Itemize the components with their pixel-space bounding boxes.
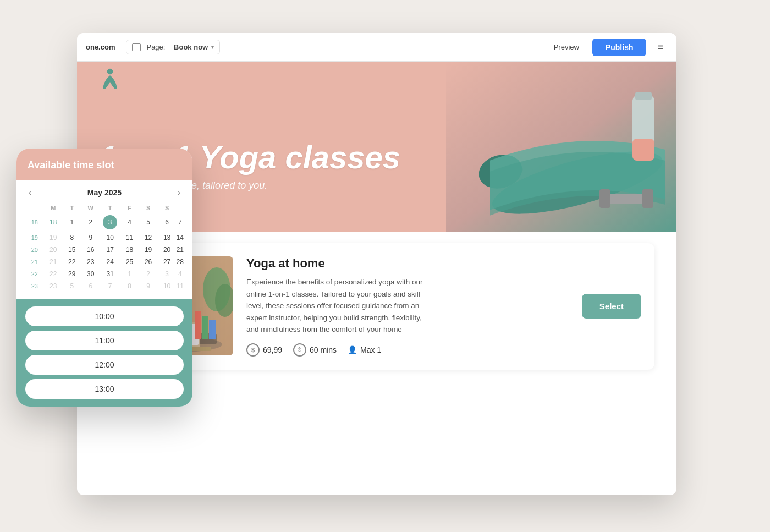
cal-day[interactable]: 4	[120, 213, 139, 232]
calendar-nav: ‹ May 2025 ›	[25, 187, 184, 199]
capacity-item: 👤 Max 1	[348, 345, 381, 354]
clock-icon: ⏱	[293, 343, 306, 357]
cal-day[interactable]: 6	[158, 213, 177, 232]
cal-day[interactable]: 5	[139, 213, 158, 232]
widget-title: Available time slot	[28, 160, 182, 171]
cal-header-tue: T	[63, 203, 81, 213]
cal-day[interactable]: 5	[63, 280, 81, 292]
service-meta: $ 69,99 ⏱ 60 mins 👤 Max 1	[246, 343, 569, 357]
cal-day[interactable]: 21	[44, 256, 63, 268]
cal-day[interactable]: 25	[120, 256, 139, 268]
cal-header-wed: W	[81, 203, 100, 213]
svg-rect-9	[642, 189, 653, 208]
duration-value: 60 mins	[310, 345, 337, 354]
cal-day[interactable]: 8	[63, 232, 81, 244]
time-slot-1000[interactable]: 10:00	[25, 306, 184, 326]
cal-day[interactable]: 22	[44, 268, 63, 280]
cal-day[interactable]: 2	[81, 213, 100, 232]
cal-day[interactable]: 11	[177, 280, 184, 292]
cal-day[interactable]: 23	[81, 256, 100, 268]
cal-week-num: 21	[25, 256, 44, 268]
cal-day[interactable]: 11	[120, 232, 139, 244]
cal-day[interactable]: 7	[177, 213, 184, 232]
cal-day[interactable]: 19	[44, 232, 63, 244]
preview-button[interactable]: Preview	[547, 40, 586, 54]
time-slots-container: 10:00 11:00 12:00 13:00	[16, 299, 193, 407]
calendar-month: May 2025	[87, 188, 122, 197]
cal-day[interactable]: 8	[120, 280, 139, 292]
cal-day[interactable]: 23	[44, 280, 63, 292]
hero-image	[446, 62, 676, 232]
cal-header-mon: M	[44, 203, 63, 213]
cal-day[interactable]: 28	[177, 256, 184, 268]
cal-day[interactable]: 30	[81, 268, 100, 280]
cal-day[interactable]: 3	[100, 213, 120, 232]
prev-month-button[interactable]: ‹	[25, 187, 35, 199]
cal-day[interactable]: 3	[158, 268, 177, 280]
cal-day[interactable]: 1	[120, 268, 139, 280]
cal-day[interactable]: 16	[81, 244, 100, 256]
cal-day[interactable]: 29	[63, 268, 81, 280]
cal-day[interactable]: 14	[177, 232, 184, 244]
cal-day[interactable]: 15	[63, 244, 81, 256]
svg-point-0	[107, 69, 113, 74]
cal-day[interactable]: 18	[44, 213, 63, 232]
svg-rect-8	[600, 189, 610, 208]
brand-logo: one.com	[86, 43, 115, 51]
cal-day[interactable]: 9	[139, 280, 158, 292]
cal-day[interactable]: 17	[100, 244, 120, 256]
service-description: Experience the benefits of personalized …	[246, 276, 433, 336]
cal-day[interactable]: 1	[63, 213, 81, 232]
cal-day[interactable]: 10	[158, 280, 177, 292]
calendar-container: ‹ May 2025 › M T W T F S S 1818123456719…	[16, 180, 193, 299]
site-logo	[99, 67, 121, 95]
chevron-down-icon: ▾	[211, 44, 214, 50]
cal-week-num: 18	[25, 213, 44, 232]
time-slot-1300[interactable]: 13:00	[25, 379, 184, 399]
svg-rect-20	[195, 311, 201, 339]
price-icon: $	[246, 343, 260, 357]
cal-day[interactable]: 7	[100, 280, 120, 292]
cal-day[interactable]: 31	[100, 268, 120, 280]
cal-day[interactable]: 12	[139, 232, 158, 244]
mobile-widget: Available time slot ‹ May 2025 › M T W T…	[16, 149, 193, 407]
cal-day[interactable]: 24	[100, 256, 120, 268]
next-month-button[interactable]: ›	[174, 187, 184, 199]
page-selector-prefix: Page:	[146, 43, 165, 51]
cal-day[interactable]: 9	[81, 232, 100, 244]
cal-day[interactable]: 19	[139, 244, 158, 256]
duration-item: ⏱ 60 mins	[293, 343, 337, 357]
cal-day[interactable]: 4	[177, 268, 184, 280]
editor-topbar: one.com Page: Book now ▾ Preview Publish…	[77, 33, 676, 62]
page-icon	[132, 43, 141, 51]
cal-day[interactable]: 18	[120, 244, 139, 256]
cal-day[interactable]: 27	[158, 256, 177, 268]
cal-day[interactable]: 26	[139, 256, 158, 268]
cal-header-fri: F	[120, 203, 139, 213]
page-selector[interactable]: Page: Book now ▾	[126, 40, 220, 54]
svg-rect-22	[209, 320, 216, 339]
time-slot-1200[interactable]: 12:00	[25, 355, 184, 375]
cal-week-num: 20	[25, 244, 44, 256]
svg-rect-6	[632, 139, 654, 161]
cal-day[interactable]: 20	[158, 244, 177, 256]
select-button[interactable]: Select	[582, 294, 641, 319]
publish-button[interactable]: Publish	[592, 39, 647, 56]
cal-day[interactable]: 13	[158, 232, 177, 244]
cal-week-num: 22	[25, 268, 44, 280]
cal-day[interactable]: 22	[63, 256, 81, 268]
cal-day[interactable]: 2	[139, 268, 158, 280]
svg-rect-21	[202, 316, 208, 339]
cal-day[interactable]: 6	[81, 280, 100, 292]
price-item: $ 69,99	[246, 343, 282, 357]
cal-header-thu: T	[100, 203, 120, 213]
calendar-grid: M T W T F S S 18181234567191989101112131…	[25, 203, 184, 292]
time-slot-1100[interactable]: 11:00	[25, 331, 184, 350]
cal-header-sat: S	[139, 203, 158, 213]
cal-day[interactable]: 21	[177, 244, 184, 256]
cal-week-num: 23	[25, 280, 44, 292]
cal-day[interactable]: 10	[100, 232, 120, 244]
menu-icon[interactable]: ≡	[653, 39, 668, 55]
service-info: Yoga at home Experience the benefits of …	[246, 256, 569, 357]
cal-day[interactable]: 20	[44, 244, 63, 256]
